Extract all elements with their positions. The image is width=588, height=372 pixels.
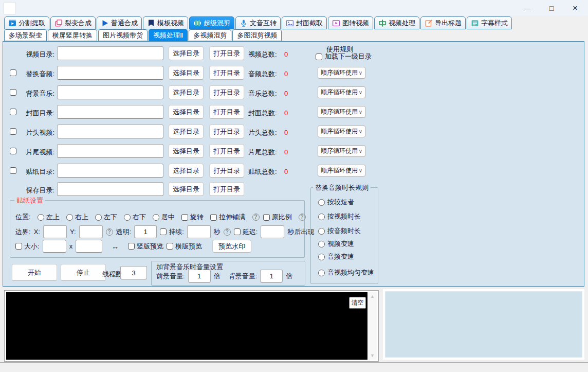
tab-subtitle-style[interactable]: 字幕样式 — [467, 16, 512, 29]
select-dir-button[interactable]: 选择目录 — [169, 182, 204, 196]
scroll-up-icon[interactable]: ▲ — [370, 292, 375, 300]
swap-size-icon[interactable]: ↔ — [112, 242, 119, 251]
bg-volume-input[interactable] — [260, 270, 283, 282]
rule-option-audio-speed[interactable]: 音频变速 — [318, 252, 354, 261]
usage-rule-dropdown[interactable]: 顺序循环使用 ∨ — [318, 67, 365, 79]
usage-rule-dropdown[interactable]: 顺序循环使用 ∨ — [318, 145, 365, 157]
save-dir-input[interactable] — [57, 182, 163, 196]
open-dir-button[interactable]: 打开目录 — [209, 46, 244, 60]
open-dir-button[interactable]: 打开目录 — [209, 105, 244, 119]
tab-template-video[interactable]: 模板视频 — [143, 16, 188, 29]
select-dir-button[interactable]: 选择目录 — [169, 46, 204, 60]
position-option-bottom-left[interactable]: 左下 — [95, 212, 117, 222]
help-icon[interactable]: ? — [252, 214, 260, 221]
rule-option-video-speed[interactable]: 视频变速 — [318, 239, 354, 249]
tab-export-title[interactable]: 导出标题 — [420, 16, 466, 29]
subtab-image-video-goods[interactable]: 图片视频带货 — [98, 29, 148, 41]
tab-fission-compose[interactable]: 裂变合成 — [50, 16, 96, 29]
start-button[interactable]: 开始 — [12, 264, 57, 281]
usage-rule-dropdown[interactable]: 顺序循环使用 ∨ — [318, 106, 365, 118]
count-value: 0 — [284, 90, 288, 97]
help-icon[interactable]: ? — [224, 228, 231, 236]
thread-count-input[interactable] — [120, 266, 147, 279]
bg-music-dir-input[interactable] — [57, 85, 163, 99]
tab-split-extract[interactable]: 分割提取 — [4, 16, 49, 29]
usage-rule-dropdown[interactable]: 顺序循环使用 ∨ — [318, 165, 365, 176]
select-dir-button[interactable]: 选择目录 — [169, 144, 204, 158]
replace-audio-dir-input[interactable] — [57, 66, 163, 80]
size-option[interactable]: 大小: — [15, 242, 40, 251]
subtab-multi-image-mix[interactable]: 多图混剪视频 — [232, 29, 282, 41]
stop-button[interactable]: 停止 — [61, 264, 106, 281]
tab-video-process[interactable]: 视频处理 — [374, 16, 419, 29]
stretch-fill-option[interactable]: 拉伸铺满 — [210, 212, 246, 222]
position-option-bottom-right[interactable]: 右下 — [124, 212, 146, 222]
fg-volume-input[interactable] — [188, 270, 211, 282]
help-icon[interactable]: ? — [299, 214, 306, 221]
original-ratio-option[interactable]: 原比例 — [263, 212, 292, 222]
subtab-landscape-portrait[interactable]: 横屏竖屏转换 — [48, 29, 97, 41]
size-height-input[interactable] — [76, 240, 102, 253]
log-output-area[interactable]: 清空 — [6, 292, 368, 360]
tab-label: 裂变合成 — [65, 19, 91, 28]
sticker-dir-input[interactable] — [57, 164, 163, 178]
minimize-button[interactable]: — — [516, 0, 540, 16]
preview-watermark-button[interactable]: 预览水印 — [212, 240, 251, 253]
cover-dir-input[interactable] — [57, 105, 163, 119]
tab-cover-capture[interactable]: 封面截取 — [282, 16, 327, 29]
video-process-icon — [378, 19, 387, 27]
close-button[interactable]: × — [563, 0, 587, 16]
rule-option-audio-duration[interactable]: 按音频时长 — [318, 226, 361, 236]
portrait-preview-option[interactable]: 竖版预览 — [128, 242, 163, 251]
subtab-multi-video-mix[interactable]: 多视频混剪 — [189, 29, 231, 41]
delay-input[interactable] — [261, 225, 284, 238]
open-dir-button[interactable]: 打开目录 — [209, 144, 244, 158]
open-dir-button[interactable]: 打开目录 — [209, 125, 244, 138]
open-dir-button[interactable]: 打开目录 — [209, 182, 244, 196]
subtab-video-process-2[interactable]: 视频处理Ⅱ — [149, 29, 188, 41]
load-next-level-option[interactable]: 加载下一级目录 — [316, 52, 372, 61]
position-option-top-right[interactable]: 右上 — [66, 212, 88, 222]
duration-input[interactable] — [187, 225, 211, 238]
delay-option[interactable]: 延迟: — [234, 227, 258, 237]
rotate-option[interactable]: 旋转 — [181, 212, 204, 222]
log-scrollbar[interactable]: ▲ ▼ — [368, 292, 377, 360]
usage-rule-dropdown[interactable]: 顺序循环使用 ∨ — [318, 126, 365, 137]
landscape-preview-option[interactable]: 横版预览 — [167, 242, 202, 251]
rule-option-shorter[interactable]: 按较短者 — [318, 198, 354, 207]
dir-row-bg-music: 背景音乐: 选择目录 打开目录 音乐总数: 0 顺序循环使用 ∨ — [3, 85, 584, 100]
size-width-input[interactable] — [43, 240, 66, 253]
select-dir-button[interactable]: 选择目录 — [169, 164, 204, 178]
opacity-input[interactable] — [134, 225, 157, 238]
tab-super-mix[interactable]: 超级混剪 — [189, 16, 234, 29]
usage-rule-dropdown[interactable]: 顺序循环使用 ∨ — [318, 86, 365, 98]
tab-normal-compose[interactable]: 普通合成 — [97, 16, 142, 29]
clear-log-button[interactable]: 清空 — [349, 297, 366, 309]
select-dir-button[interactable]: 选择目录 — [169, 125, 204, 138]
intro-video-dir-input[interactable] — [57, 125, 163, 138]
select-dir-button[interactable]: 选择目录 — [169, 66, 204, 80]
scroll-down-icon[interactable]: ▼ — [370, 351, 375, 360]
video-dir-input[interactable] — [57, 46, 163, 60]
select-dir-button[interactable]: 选择目录 — [169, 85, 204, 99]
maximize-button[interactable]: □ — [540, 0, 563, 16]
help-icon[interactable]: ? — [106, 228, 113, 236]
position-option-center[interactable]: 居中 — [153, 212, 175, 222]
rule-option-video-duration[interactable]: 按视频时长 — [318, 212, 361, 221]
select-dir-button[interactable]: 选择目录 — [169, 105, 204, 119]
rule-option-uniform-speed[interactable]: 音视频均匀变速 — [318, 268, 374, 277]
outro-video-dir-input[interactable] — [57, 144, 163, 158]
checkbox-icon — [15, 243, 22, 250]
open-dir-button[interactable]: 打开目录 — [209, 66, 244, 80]
tab-text-audio[interactable]: 文音互转 — [235, 16, 281, 29]
open-dir-button[interactable]: 打开目录 — [209, 85, 244, 99]
open-dir-button[interactable]: 打开目录 — [209, 164, 244, 178]
duration-option[interactable]: 持续: — [160, 227, 184, 237]
tab-image-to-video[interactable]: 图转视频 — [328, 16, 373, 29]
boundary-y-input[interactable] — [79, 225, 103, 238]
chevron-down-icon: ∨ — [359, 90, 362, 95]
boundary-x-input[interactable] — [43, 225, 67, 238]
subtab-multi-scene-fission[interactable]: 多场景裂变 — [4, 29, 47, 41]
checkbox-icon — [128, 243, 135, 250]
position-option-top-left[interactable]: 左上 — [38, 212, 60, 222]
